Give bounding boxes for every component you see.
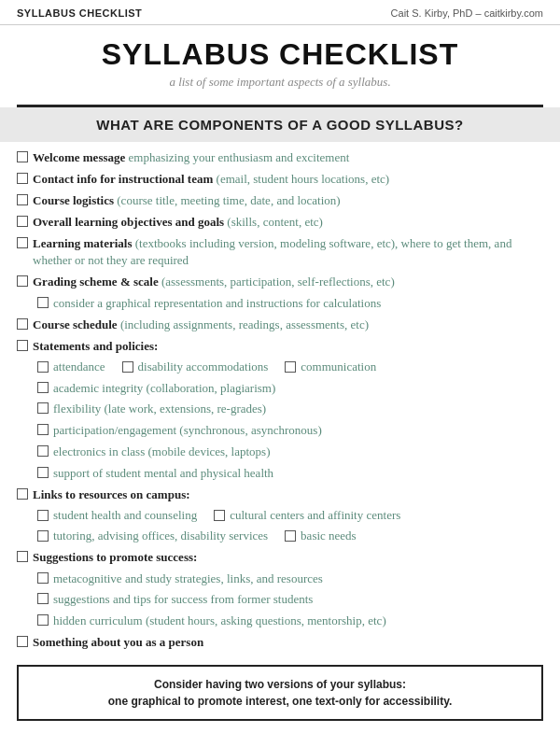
checkbox-icon[interactable] <box>17 151 28 162</box>
list-item-sub: consider a graphical representation and … <box>17 295 543 313</box>
list-item: Suggestions to promote success: <box>17 549 543 567</box>
item-detail: support of student mental and physical h… <box>53 465 543 483</box>
checkbox-icon[interactable] <box>37 297 49 308</box>
checkbox-icon[interactable] <box>17 237 28 248</box>
main-title: SYLLABUS CHECKLIST <box>19 38 541 71</box>
item-bold: Welcome message <box>33 150 125 164</box>
list-item-sub: communication <box>285 359 376 374</box>
section-heading: WHAT ARE COMPONENTS OF A GOOD SYLLABUS? <box>19 117 541 133</box>
bottom-note: Consider having two versions of your syl… <box>17 665 543 721</box>
checkbox-icon[interactable] <box>37 510 49 521</box>
checklist-area: Welcome message emphasizing your enthusi… <box>0 149 560 652</box>
top-bar-title: SYLLABUS CHECKLIST <box>17 7 142 19</box>
checkbox-icon[interactable] <box>17 340 28 351</box>
checkbox-icon[interactable] <box>17 488 28 500</box>
checkbox-icon[interactable] <box>17 636 28 647</box>
item-detail: emphasizing your enthusiasm and exciteme… <box>125 150 349 164</box>
checkbox-icon[interactable] <box>122 361 133 373</box>
item-detail: (skills, content, etc) <box>224 215 323 229</box>
item-detail: communication <box>301 359 376 374</box>
list-item-sub: hidden curriculum (student hours, asking… <box>17 613 543 630</box>
item-detail: tutoring, advising offices, disability s… <box>53 529 268 543</box>
item-detail: (assessments, participation, self-reflec… <box>159 275 395 289</box>
list-item-sub: student health and counseling <box>37 508 197 523</box>
item-bold: Course logistics <box>33 193 114 207</box>
checkbox-icon[interactable] <box>17 194 28 205</box>
main-heading-area: SYLLABUS CHECKLIST a list of some import… <box>0 25 560 97</box>
item-detail: student health and counseling <box>53 508 197 523</box>
list-item: Course logistics (course title, meeting … <box>17 192 543 210</box>
item-bold: Grading scheme & scale <box>33 275 159 289</box>
list-item-sub: participation/engagement (synchronous, a… <box>17 422 543 440</box>
bottom-note-text: Consider having two versions of your syl… <box>34 676 526 710</box>
checkbox-icon[interactable] <box>37 361 49 373</box>
item-detail: metacognitive and study strategies, link… <box>53 571 543 588</box>
list-item-sub: tutoring, advising offices, disability s… <box>37 529 268 543</box>
list-item-sub: cultural centers and affinity centers <box>214 508 400 523</box>
item-bold: Overall learning objectives and goals <box>33 215 224 229</box>
checkbox-icon[interactable] <box>37 572 49 584</box>
checkbox-icon[interactable] <box>37 467 49 478</box>
item-detail: (including assignments, readings, assess… <box>118 317 369 331</box>
list-item-sub: support of student mental and physical h… <box>17 465 543 483</box>
checkbox-icon[interactable] <box>17 275 28 287</box>
item-detail: (course title, meeting time, date, and l… <box>114 193 341 207</box>
list-item: Statements and policies: <box>17 338 543 356</box>
list-item-sub: electronics in class (mobile devices, la… <box>17 444 543 461</box>
checkbox-icon[interactable] <box>17 318 28 330</box>
checkbox-icon[interactable] <box>37 593 49 604</box>
item-detail: attendance <box>53 359 105 374</box>
checkbox-icon[interactable] <box>37 614 49 626</box>
list-item-sub: basic needs <box>285 529 357 543</box>
item-bold: Contact info for instructional team <box>33 172 213 186</box>
checkbox-icon[interactable] <box>285 361 296 373</box>
bottom-note-line1: Consider having two versions of your syl… <box>154 678 406 691</box>
item-detail: academic integrity (collaboration, plagi… <box>53 380 543 398</box>
list-item-sub: disability accommodations <box>122 359 269 374</box>
list-item-sub: attendance <box>37 359 105 374</box>
item-detail: disability accommodations <box>138 359 269 374</box>
item-bold: Suggestions to promote success: <box>33 550 197 564</box>
item-detail: participation/engagement (synchronous, a… <box>53 422 543 440</box>
list-item: Course schedule (including assignments, … <box>17 317 543 334</box>
checkbox-icon[interactable] <box>285 530 296 542</box>
list-item: Overall learning objectives and goals (s… <box>17 214 543 232</box>
item-bold: Course schedule <box>33 317 118 331</box>
list-item: Something about you as a person <box>17 634 543 652</box>
checkbox-icon[interactable] <box>17 173 28 184</box>
main-subtitle: a list of some important aspects of a sy… <box>19 75 541 90</box>
checkbox-icon[interactable] <box>214 510 225 521</box>
list-item: Grading scheme & scale (assessments, par… <box>17 274 543 291</box>
list-item: Learning materials (textbooks including … <box>17 235 543 271</box>
item-detail: flexibility (late work, extensions, re-g… <box>53 401 543 418</box>
checkbox-icon[interactable] <box>37 445 49 457</box>
statements-inline-row1: attendance disability accommodations com… <box>17 359 543 376</box>
list-item: Links to resources on campus: <box>17 486 543 504</box>
section-heading-area: WHAT ARE COMPONENTS OF A GOOD SYLLABUS? <box>0 107 560 142</box>
checkbox-icon[interactable] <box>37 402 49 414</box>
list-item: Contact info for instructional team (ema… <box>17 171 543 189</box>
item-detail: suggestions and tips for success from fo… <box>53 591 543 609</box>
checkbox-icon[interactable] <box>37 424 49 435</box>
item-bold: Something about you as a person <box>33 634 543 652</box>
checkbox-icon[interactable] <box>37 530 49 542</box>
list-item: Welcome message emphasizing your enthusi… <box>17 149 543 167</box>
checkbox-icon[interactable] <box>17 216 28 227</box>
top-bar: SYLLABUS CHECKLIST Cait S. Kirby, PhD – … <box>0 0 560 25</box>
links-inline-row2: tutoring, advising offices, disability s… <box>17 529 543 545</box>
item-bold: Learning materials <box>33 236 133 250</box>
item-detail: consider a graphical representation and … <box>53 295 543 313</box>
checkbox-icon[interactable] <box>17 551 28 562</box>
list-item-sub: academic integrity (collaboration, plagi… <box>17 380 543 398</box>
item-detail: cultural centers and affinity centers <box>230 508 400 523</box>
item-bold: Links to resources on campus: <box>33 487 190 501</box>
item-detail: (email, student hours locations, etc) <box>213 172 389 186</box>
top-bar-author: Cait S. Kirby, PhD – caitkirby.com <box>391 7 543 19</box>
bottom-note-line2: one graphical to promote interest, one t… <box>108 695 453 708</box>
list-item-sub: metacognitive and study strategies, link… <box>17 571 543 588</box>
item-detail: hidden curriculum (student hours, asking… <box>53 613 543 630</box>
item-detail: basic needs <box>301 529 357 543</box>
item-bold: Statements and policies: <box>33 339 158 353</box>
checkbox-icon[interactable] <box>37 382 49 393</box>
links-inline-row1: student health and counseling cultural c… <box>17 508 543 525</box>
